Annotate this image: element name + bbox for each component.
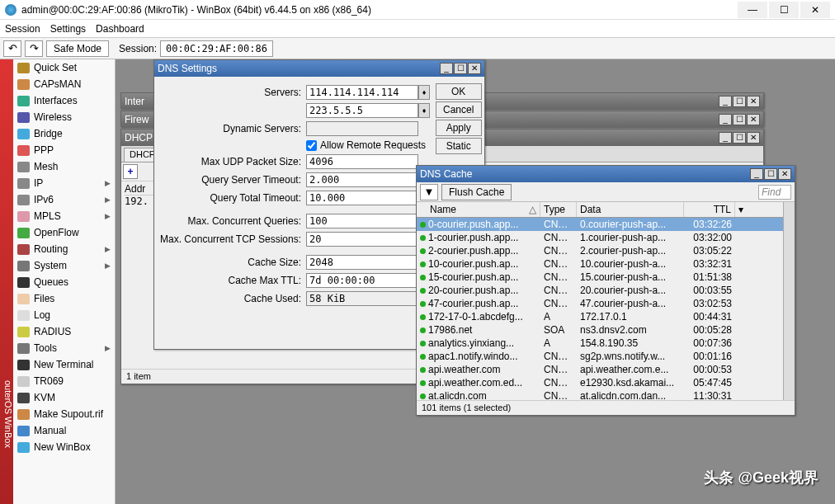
session-label: Session: [119,43,157,54]
csize-input[interactable] [306,255,418,270]
sidebar-item-openflow[interactable]: OpenFlow [13,224,115,241]
menu-session[interactable]: Session [5,23,40,35]
sidebar-item-make-supout.rif[interactable]: Make Supout.rif [13,406,115,422]
cache-close-button[interactable]: ✕ [778,168,791,180]
sidebar-item-manual[interactable]: Manual [13,422,115,439]
static-button[interactable]: Static [436,138,482,154]
sidebar-item-bridge[interactable]: Bridge [13,125,115,142]
table-row[interactable]: 1-courier.push.app...CNAME1.courier-push… [417,231,783,244]
bg-close-icon[interactable]: ✕ [747,96,760,107]
table-row[interactable]: at.alicdn.comCNAMEat.alicdn.com.dan...11… [417,389,783,400]
sidebar-item-interfaces[interactable]: Interfaces [13,92,115,109]
sidebar-item-kvm[interactable]: KVM [13,389,115,406]
col-name-header[interactable]: Name△ [417,202,540,217]
server2-input[interactable] [306,103,418,118]
dns-max-button[interactable]: ☐ [454,63,467,74]
sidebar-item-wireless[interactable]: Wireless [13,109,115,125]
mct-label: Max. Concurrent TCP Sessions: [159,233,306,245]
server1-spin-icon[interactable]: ♦ [418,85,430,100]
cell-name: 17986.net [428,324,472,336]
minimize-button[interactable]: — [738,2,767,18]
col-ttl-header[interactable]: TTL [684,202,735,217]
workspace: Inter _☐✕ Firew _☐✕ DHCP _☐✕ DHCP + Addr… [116,59,835,504]
table-row[interactable]: analytics.yinxiang...A154.8.190.3500:07:… [417,337,783,350]
flush-cache-button[interactable]: Flush Cache [441,184,512,200]
table-row[interactable]: 15-courier.push.ap...CNAME15.courier-pus… [417,271,783,284]
dns-close-button[interactable]: ✕ [468,63,481,74]
mct-input[interactable] [306,232,418,247]
sidebar-item-files[interactable]: Files [13,290,115,307]
dns-min-button[interactable]: _ [440,63,453,74]
col-data-header[interactable]: Data [577,202,684,217]
scrollbar[interactable] [783,202,795,400]
cache-max-button[interactable]: ☐ [764,168,777,180]
cache-min-button[interactable]: _ [750,168,763,180]
cancel-button[interactable]: Cancel [436,101,482,118]
cell-ttl: 11:30:31 [684,389,735,400]
table-row[interactable]: 17986.netSOAns3.dnsv2.com00:05:28 [417,323,783,337]
bg-min-icon[interactable]: _ [719,96,732,107]
sidebar-item-capsman[interactable]: CAPsMAN [13,76,115,92]
sidebar-item-tr069[interactable]: TR069 [13,373,115,389]
menu-dashboard[interactable]: Dashboard [96,23,144,35]
cell-data: 20.courier-push-a... [577,284,684,297]
sidebar-item-routing[interactable]: Routing▶ [13,241,115,257]
find-input[interactable]: Find [758,185,791,200]
table-row[interactable]: api.weather.com.ed...CNAMEe12930.ksd.aka… [417,376,783,389]
safe-mode-button[interactable]: Safe Mode [46,40,109,57]
table-row[interactable]: api.weather.comCNAMEapi.weather.com.e...… [417,363,783,376]
redo-button[interactable]: ↷ [25,40,43,57]
cell-data: api.weather.com.e... [577,363,684,376]
sidebar-item-mesh[interactable]: Mesh [13,158,115,175]
apply-button[interactable]: Apply [436,120,482,136]
menu-settings[interactable]: Settings [50,23,86,35]
undo-button[interactable]: ↶ [3,40,21,57]
sidebar-item-radius[interactable]: RADIUS [13,323,115,340]
table-row[interactable]: 10-courier.push.ap...CNAME10.courier-pus… [417,257,783,271]
table-row[interactable]: 0-courier.push.app...CNAME0.courier-push… [417,218,783,231]
filter-icon[interactable]: ▼ [420,184,438,200]
chevron-right-icon: ▶ [105,344,111,352]
sidebar-item-new-terminal[interactable]: New Terminal [13,356,115,373]
status-dot-icon [420,327,426,333]
mcq-input[interactable] [306,214,418,228]
sidebar-item-ppp[interactable]: PPP [13,142,115,158]
table-row[interactable]: 47-courier.push.ap...CNAME47.courier-pus… [417,297,783,310]
table-row[interactable]: 20-courier.push.ap...CNAME20.courier-pus… [417,284,783,297]
status-dot-icon [420,261,426,267]
sidebar-item-tools[interactable]: Tools▶ [13,340,115,356]
sidebar-item-mpls[interactable]: MPLS▶ [13,208,115,224]
sidebar-item-system[interactable]: System▶ [13,257,115,274]
table-row[interactable]: apac1.notify.windo...CNAMEsg2p.wns.notif… [417,350,783,363]
server1-input[interactable] [306,85,418,100]
sidebar-item-ip[interactable]: IP▶ [13,175,115,191]
sidebar-item-queues[interactable]: Queues [13,274,115,290]
col-dropdown-icon[interactable]: ▾ [735,202,783,217]
add-button[interactable]: + [123,164,138,179]
sidebar-item-quick-set[interactable]: Quick Set [13,59,115,76]
menu-icon [17,343,30,354]
qtt-input[interactable] [306,191,418,205]
table-row[interactable]: 172-17-0-1.abcdefg...A172.17.0.100:44:31 [417,310,783,323]
cttl-input[interactable] [306,273,418,288]
sidebar-item-ipv6[interactable]: IPv6▶ [13,191,115,208]
menu-icon [17,442,30,453]
cell-name: api.weather.com.ed... [428,377,522,389]
qst-input[interactable] [306,172,418,187]
table-row[interactable]: 2-courier.push.app...CNAME2.courier-push… [417,244,783,257]
ok-button[interactable]: OK [436,83,482,100]
sidebar-item-new-winbox[interactable]: New WinBox [13,439,115,455]
cell-ttl: 05:47:45 [684,376,735,389]
udp-input[interactable] [306,154,418,169]
col-type-header[interactable]: Type [540,202,577,217]
server2-spin-icon[interactable]: ♦ [418,103,430,118]
menu-icon [17,393,30,403]
cell-name: 172-17-0-1.abcdefg... [428,311,523,323]
allow-remote-checkbox[interactable] [306,140,317,151]
close-button[interactable]: ✕ [800,2,830,18]
cell-data: 154.8.190.35 [577,337,684,350]
maximize-button[interactable]: ☐ [769,2,799,18]
bg-max-icon[interactable]: ☐ [733,96,746,107]
sidebar-item-log[interactable]: Log [13,307,115,323]
dynamic-servers-input[interactable] [306,121,418,136]
